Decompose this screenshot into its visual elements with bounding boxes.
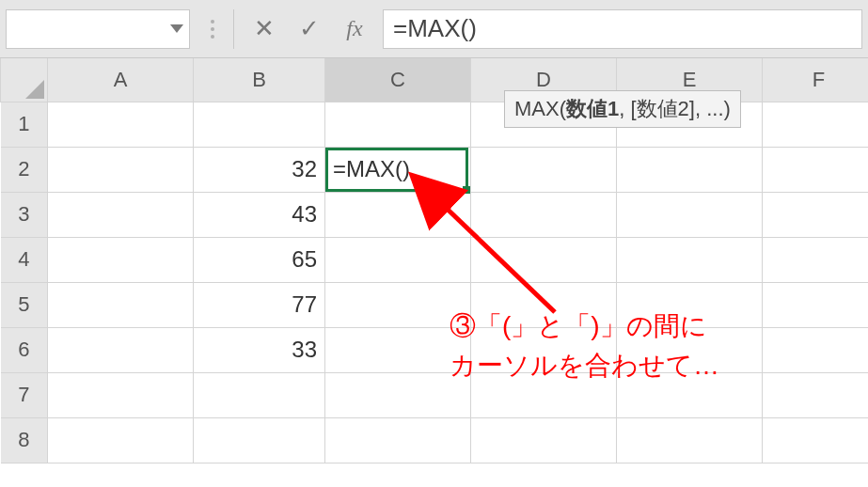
cell-F5[interactable] [763, 282, 869, 327]
fn-tip-name: MAX( [514, 97, 566, 120]
cell-A7[interactable] [48, 372, 194, 417]
row-header-8[interactable]: 8 [1, 417, 48, 463]
formula-input[interactable]: =MAX() [383, 9, 862, 49]
chevron-down-icon[interactable] [170, 24, 183, 33]
col-header-B[interactable]: B [194, 58, 325, 102]
fx-icon: fx [346, 16, 362, 41]
row-header-1[interactable]: 1 [1, 102, 48, 147]
col-header-F[interactable]: F [763, 58, 869, 102]
cell-E4[interactable] [617, 237, 763, 282]
cell-B3[interactable]: 43 [194, 192, 325, 237]
cell-A6[interactable] [48, 327, 194, 372]
drag-handle-icon [203, 9, 222, 49]
cell-D8[interactable] [471, 417, 617, 463]
select-all-corner[interactable] [1, 58, 48, 102]
cell-A3[interactable] [48, 192, 194, 237]
cell-F4[interactable] [763, 237, 869, 282]
cell-A4[interactable] [48, 237, 194, 282]
row-header-4[interactable]: 4 [1, 237, 48, 282]
row-header-3[interactable]: 3 [1, 192, 48, 237]
cell-F6[interactable] [763, 327, 869, 372]
cell-B1[interactable] [194, 102, 325, 147]
annotation-line2: カーソルを合わせて… [450, 346, 719, 385]
row-header-7[interactable]: 7 [1, 372, 48, 417]
formula-bar: ✕ ✓ fx =MAX() [0, 0, 868, 58]
insert-function-button[interactable]: fx [332, 9, 377, 49]
annotation-line1: ③「(」と「)」の間に [450, 306, 719, 346]
row-header-5[interactable]: 5 [1, 282, 48, 327]
confirm-button[interactable]: ✓ [287, 9, 332, 49]
cell-A8[interactable] [48, 417, 194, 463]
cell-A1[interactable] [48, 102, 194, 147]
cell-B6[interactable]: 33 [194, 327, 325, 372]
cell-F1[interactable] [763, 102, 869, 147]
cell-B2[interactable]: 32 [194, 147, 325, 192]
cell-C2[interactable]: =MAX() [325, 147, 471, 192]
row-header-6[interactable]: 6 [1, 327, 48, 372]
cell-D2[interactable] [471, 147, 617, 192]
cell-C3[interactable] [325, 192, 471, 237]
formula-text: =MAX() [393, 14, 477, 43]
name-box[interactable] [6, 9, 190, 49]
cell-D4[interactable] [471, 237, 617, 282]
cell-C1[interactable] [325, 102, 471, 147]
cancel-icon: ✕ [254, 14, 275, 43]
fn-tip-arg1: 数値1 [566, 97, 619, 120]
cell-E8[interactable] [617, 417, 763, 463]
function-tooltip: MAX(数値1, [数値2], ...) [504, 90, 741, 128]
col-header-A[interactable]: A [48, 58, 194, 102]
cell-B4[interactable]: 65 [194, 237, 325, 282]
cell-E2[interactable] [617, 147, 763, 192]
sheet-area: A B C D E F 1 2 32 =MAX() [0, 58, 868, 487]
cell-B7[interactable] [194, 372, 325, 417]
cancel-button[interactable]: ✕ [242, 9, 287, 49]
cell-D3[interactable] [471, 192, 617, 237]
cell-F8[interactable] [763, 417, 869, 463]
cell-A5[interactable] [48, 282, 194, 327]
check-icon: ✓ [299, 14, 320, 43]
cell-B5[interactable]: 77 [194, 282, 325, 327]
cell-F2[interactable] [763, 147, 869, 192]
cell-E3[interactable] [617, 192, 763, 237]
cell-A2[interactable] [48, 147, 194, 192]
triangle-icon [25, 80, 44, 99]
fn-tip-rest: , [数値2], ...) [619, 97, 731, 120]
separator [233, 9, 234, 49]
cell-C8[interactable] [325, 417, 471, 463]
col-header-C[interactable]: C [325, 58, 471, 102]
row-header-2[interactable]: 2 [1, 147, 48, 192]
cell-B8[interactable] [194, 417, 325, 463]
annotation-text: ③「(」と「)」の間に カーソルを合わせて… [450, 306, 719, 385]
cell-C4[interactable] [325, 237, 471, 282]
cell-F7[interactable] [763, 372, 869, 417]
cell-F3[interactable] [763, 192, 869, 237]
